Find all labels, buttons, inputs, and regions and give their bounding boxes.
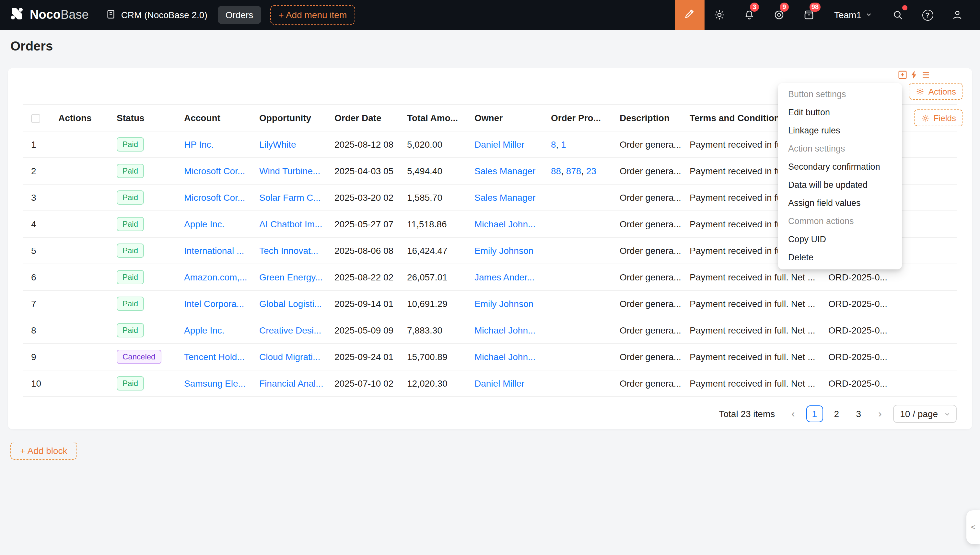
account-link[interactable]: Microsoft Cor... — [184, 192, 245, 203]
account-link[interactable]: Tencent Hold... — [184, 352, 245, 362]
order-products-cell — [543, 370, 612, 397]
owner-link[interactable]: Michael John... — [475, 352, 535, 362]
account-link[interactable]: Microsoft Cor... — [184, 166, 245, 176]
column-header[interactable]: Order Date — [327, 104, 399, 131]
table-row[interactable]: 9 Canceled Tencent Hold... Cloud Migrati… — [23, 343, 957, 370]
page-button-2[interactable]: 2 — [828, 406, 845, 422]
workspace-switcher[interactable]: CRM (NocoBase 2.0) — [106, 9, 208, 21]
column-header[interactable]: Total Amo... — [399, 104, 467, 131]
column-header[interactable]: Account — [176, 104, 251, 131]
row-index: 7 — [31, 298, 36, 309]
header-checkbox[interactable] — [31, 114, 40, 123]
menu-item[interactable]: Copy UID — [778, 231, 902, 249]
account-link[interactable]: Apple Inc. — [184, 325, 225, 335]
opportunity-link[interactable]: Financial Anal... — [259, 378, 323, 388]
description-cell: Order genera... — [612, 237, 682, 264]
help-icon[interactable]: ? — [920, 7, 935, 22]
next-page-button[interactable]: › — [872, 408, 888, 420]
inbox-icon[interactable]: 98 — [801, 7, 817, 22]
menu-item[interactable]: Edit button — [778, 104, 902, 122]
opportunity-link[interactable]: Global Logisti... — [259, 298, 322, 309]
owner-link[interactable]: Michael John... — [475, 325, 535, 335]
order-products-cell — [543, 237, 612, 264]
add-menu-item-button[interactable]: + Add menu item — [270, 5, 355, 25]
order-product-link[interactable]: 88 — [551, 166, 561, 176]
account-link[interactable]: International ... — [184, 245, 244, 256]
account-link[interactable]: Amazon.com,... — [184, 272, 247, 282]
team-menu[interactable]: Team1 — [834, 10, 872, 20]
column-header[interactable]: Actions — [51, 104, 109, 131]
opportunity-link[interactable]: Wind Turbine... — [259, 166, 320, 176]
pagination-total: Total 23 items — [719, 409, 775, 419]
fields-config-button[interactable]: Fields — [914, 109, 963, 126]
opportunity-link[interactable]: AI Chatbot Im... — [259, 219, 322, 229]
drawer-toggle[interactable]: < — [966, 510, 980, 544]
row-index: 9 — [31, 352, 36, 362]
column-header[interactable]: Order Pro... — [543, 104, 612, 131]
menu-icon[interactable] — [921, 70, 931, 80]
owner-link[interactable]: Michael John... — [475, 219, 535, 229]
description-cell: Order genera... — [612, 131, 682, 158]
account-link[interactable]: Apple Inc. — [184, 219, 225, 229]
zap-icon[interactable] — [909, 70, 919, 80]
opportunity-link[interactable]: Tech Innovat... — [259, 245, 318, 256]
add-block-button[interactable]: + Add block — [10, 442, 77, 460]
menu-item[interactable]: Assign field values — [778, 194, 902, 212]
account-link[interactable]: Samsung Ele... — [184, 378, 246, 388]
table-row[interactable]: 8 Paid Apple Inc. Creative Desi... 2025-… — [23, 317, 957, 343]
owner-link[interactable]: Emily Johnson — [475, 298, 533, 309]
brand-name: NocoBase — [30, 8, 89, 22]
menu-item[interactable]: Data will be updated — [778, 176, 902, 194]
user-icon[interactable] — [949, 7, 965, 22]
row-actions-cell — [51, 370, 109, 397]
owner-link[interactable]: Sales Manager — [475, 166, 535, 176]
brand[interactable]: NocoBase — [9, 6, 89, 24]
page-button-1[interactable]: 1 — [806, 406, 823, 422]
menu-item[interactable]: Delete — [778, 249, 902, 267]
owner-link[interactable]: Sales Manager — [475, 192, 535, 203]
order-product-link[interactable]: 878 — [566, 166, 581, 176]
opportunity-link[interactable]: Green Energy... — [259, 272, 323, 282]
actions-config-button[interactable]: Actions — [909, 83, 963, 100]
menu-item[interactable]: Secondary confirmation — [778, 158, 902, 176]
column-header[interactable]: Opportunity — [251, 104, 327, 131]
opportunity-link[interactable]: LilyWhite — [259, 139, 296, 149]
account-link[interactable]: Intel Corpora... — [184, 298, 244, 309]
column-header[interactable]: Description — [612, 104, 682, 131]
nav-tab-orders[interactable]: Orders — [218, 6, 261, 24]
terms-cell: Payment received in full. Net ... — [682, 317, 821, 343]
total-amount-cell: 7,883.30 — [399, 317, 467, 343]
order-product-link[interactable]: 8 — [551, 139, 556, 149]
row-actions-cell — [51, 264, 109, 290]
owner-link[interactable]: James Ander... — [475, 272, 534, 282]
page-size-select[interactable]: 10 / page — [893, 405, 957, 423]
ring-icon[interactable]: 9 — [771, 7, 787, 22]
navbar-right: 3 9 98 Team1 — [675, 0, 972, 30]
page-button-3[interactable]: 3 — [850, 406, 867, 422]
table-row[interactable]: 7 Paid Intel Corpora... Global Logisti..… — [23, 290, 957, 317]
document-icon — [106, 9, 116, 21]
gear-icon — [921, 114, 930, 122]
column-header[interactable]: Status — [109, 104, 176, 131]
opportunity-link[interactable]: Creative Desi... — [259, 325, 321, 335]
opportunity-link[interactable]: Cloud Migrati... — [259, 352, 320, 362]
notifications-bell-icon[interactable]: 3 — [742, 7, 757, 22]
ui-editor-button[interactable] — [675, 0, 705, 30]
prev-page-button[interactable]: ‹ — [785, 408, 801, 420]
terms-cell: Payment received in full. Net ... — [682, 343, 821, 370]
account-link[interactable]: HP Inc. — [184, 139, 214, 149]
add-square-icon[interactable] — [898, 70, 908, 80]
settings-gear-icon[interactable] — [712, 7, 727, 22]
column-header[interactable]: Owner — [467, 104, 543, 131]
column-header[interactable] — [23, 104, 51, 131]
order-product-link[interactable]: 1 — [561, 139, 566, 149]
order-product-link[interactable]: 23 — [586, 166, 596, 176]
owner-link[interactable]: Daniel Miller — [475, 139, 525, 149]
owner-link[interactable]: Daniel Miller — [475, 378, 525, 388]
menu-item[interactable]: Linkage rules — [778, 122, 902, 140]
owner-link[interactable]: Emily Johnson — [475, 245, 533, 256]
opportunity-link[interactable]: Solar Farm C... — [259, 192, 321, 203]
status-badge: Paid — [117, 270, 144, 284]
table-row[interactable]: 10 Paid Samsung Ele... Financial Anal...… — [23, 370, 957, 397]
search-icon[interactable] — [890, 7, 906, 22]
